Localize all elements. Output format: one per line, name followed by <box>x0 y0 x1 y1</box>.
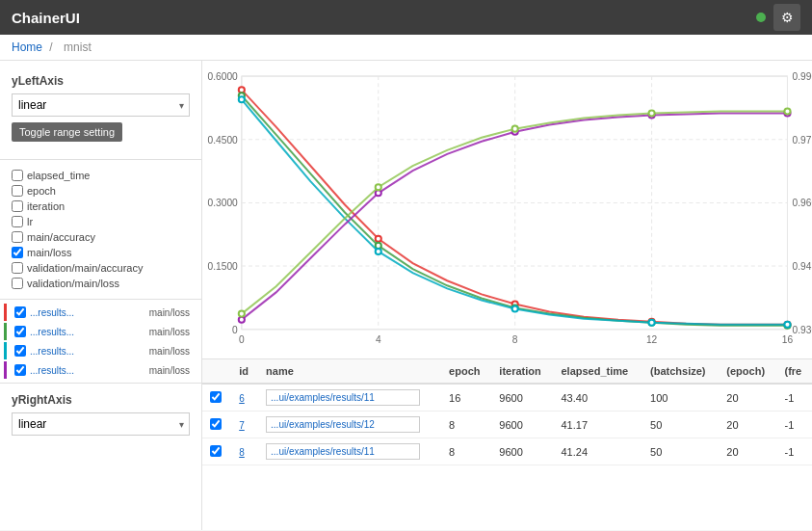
th-name: name <box>258 359 441 384</box>
y-right-axis-section: yRightAxis linear log <box>0 387 201 447</box>
row-id-0[interactable]: 6 <box>239 393 245 404</box>
row-iteration-1: 9600 <box>491 412 553 438</box>
row-id-2[interactable]: 8 <box>239 447 245 458</box>
checkbox-item-val-acc: validation/main/accuracy <box>0 260 201 276</box>
row-elapsed-1: 41.17 <box>553 412 642 438</box>
row-epoch-1: 8 <box>441 412 491 438</box>
row-checkbox-1[interactable] <box>210 418 222 430</box>
row-iteration-2: 9600 <box>491 438 553 465</box>
breadcrumb: Home / mnist <box>0 35 812 61</box>
chart-svg: 0.6000 0.4500 0.3000 0.1500 0 0.9900 0.9… <box>202 68 812 351</box>
checkbox-main-loss[interactable] <box>12 247 23 258</box>
row-batchsize-0: 100 <box>642 384 719 412</box>
svg-text:0.1500: 0.1500 <box>208 261 239 272</box>
series-row-1: ...results... main/loss <box>4 323 197 340</box>
y-left-axis-section: yLeftAxis linear log Toggle range settin… <box>0 68 201 155</box>
checkbox-item-lr: lr <box>0 214 201 229</box>
row-name-0[interactable] <box>266 389 420 406</box>
svg-point-48 <box>512 126 518 132</box>
label-main-accuracy[interactable]: main/accuracy <box>27 231 95 243</box>
right-scale-select[interactable]: linear log <box>12 412 190 436</box>
label-lr[interactable]: lr <box>27 216 33 227</box>
svg-point-50 <box>784 108 790 114</box>
y-right-axis-title: yRightAxis <box>12 393 190 407</box>
metrics-checkbox-list: elapsed_time epoch iteration lr main/acc… <box>0 164 201 295</box>
svg-text:0.6000: 0.6000 <box>208 71 239 82</box>
toggle-range-button[interactable]: Toggle range setting <box>12 122 122 142</box>
series-name-3: ...results... <box>30 365 145 376</box>
label-epoch[interactable]: epoch <box>27 185 56 197</box>
series-checkbox-1[interactable] <box>14 326 26 337</box>
row-name-2[interactable] <box>266 443 420 460</box>
series-name-0: ...results... <box>30 307 145 318</box>
row-epochval-0: 20 <box>719 384 776 412</box>
divider-3 <box>0 383 201 384</box>
checkbox-val-accuracy[interactable] <box>12 262 23 274</box>
checkbox-lr[interactable] <box>12 216 23 227</box>
svg-text:0.9450: 0.9450 <box>793 261 812 272</box>
svg-point-40 <box>784 322 790 328</box>
series-metric-0: main/loss <box>149 307 190 318</box>
settings-button[interactable]: ⚙ <box>773 4 800 31</box>
svg-point-38 <box>512 306 518 312</box>
series-checkbox-3[interactable] <box>14 364 26 376</box>
series-name-2: ...results... <box>30 346 145 357</box>
th-id: id <box>231 359 258 384</box>
divider-2 <box>0 299 201 300</box>
row-fre-0: -1 <box>777 384 812 412</box>
series-row-3: ...results... main/loss <box>4 361 197 379</box>
checkbox-item-main-acc: main/accuracy <box>0 229 201 245</box>
y-left-axis-title: yLeftAxis <box>12 74 190 88</box>
checkbox-item-iteration: iteration <box>0 199 201 214</box>
app-title: ChainerUI <box>12 10 80 26</box>
checkbox-val-loss[interactable] <box>12 278 23 289</box>
th-batchsize: (batchsize) <box>642 359 719 384</box>
label-elapsed[interactable]: elapsed_time <box>27 170 90 181</box>
svg-text:0.9600: 0.9600 <box>793 199 812 209</box>
svg-text:0.9900: 0.9900 <box>793 71 812 82</box>
series-list: ...results... main/loss ...results... ma… <box>0 304 201 379</box>
main-layout: yLeftAxis linear log Toggle range settin… <box>0 61 812 530</box>
checkbox-epoch[interactable] <box>12 185 23 197</box>
series-checkbox-0[interactable] <box>14 306 26 318</box>
row-id-1[interactable]: 7 <box>239 420 245 431</box>
row-epoch-0: 16 <box>441 384 491 412</box>
svg-text:8: 8 <box>512 334 518 345</box>
svg-point-27 <box>376 236 381 242</box>
svg-text:0.9300: 0.9300 <box>793 325 812 335</box>
row-name-1[interactable] <box>266 416 420 433</box>
th-fre: (fre <box>777 359 812 384</box>
svg-text:4: 4 <box>376 334 381 345</box>
series-row-0: ...results... main/loss <box>4 304 197 321</box>
label-iteration[interactable]: iteration <box>27 200 65 212</box>
row-batchsize-1: 50 <box>642 412 719 438</box>
left-scale-select[interactable]: linear log <box>12 93 190 117</box>
row-elapsed-2: 41.24 <box>553 438 642 465</box>
checkbox-item-elapsed: elapsed_time <box>0 168 201 183</box>
row-checkbox-0[interactable] <box>210 391 222 403</box>
label-main-loss[interactable]: main/loss <box>27 247 71 258</box>
th-iteration: iteration <box>491 359 553 384</box>
checkbox-iteration[interactable] <box>12 200 23 212</box>
label-val-accuracy[interactable]: validation/main/accuracy <box>27 262 143 274</box>
table-header-row: id name epoch iteration elapsed_time (ba… <box>202 359 812 384</box>
checkbox-item-epoch: epoch <box>0 183 201 199</box>
series-checkbox-2[interactable] <box>14 345 26 357</box>
checkbox-elapsed[interactable] <box>12 170 23 181</box>
svg-text:12: 12 <box>646 334 658 345</box>
th-epoch: epoch <box>441 359 491 384</box>
checkbox-item-main-loss: main/loss <box>0 245 201 260</box>
checkbox-main-accuracy[interactable] <box>12 231 23 243</box>
table-row: 7 8 9600 41.17 50 20 -1 <box>202 412 812 438</box>
series-name-1: ...results... <box>30 327 145 337</box>
table-area: id name epoch iteration elapsed_time (ba… <box>202 359 812 530</box>
svg-text:0: 0 <box>232 325 238 335</box>
label-val-loss[interactable]: validation/main/loss <box>27 278 119 289</box>
sidebar: yLeftAxis linear log Toggle range settin… <box>0 61 202 530</box>
breadcrumb-home[interactable]: Home <box>12 40 42 54</box>
checkbox-item-val-loss: validation/main/loss <box>0 276 201 291</box>
row-checkbox-2[interactable] <box>210 445 222 457</box>
app-header: ChainerUI ⚙ <box>0 0 812 35</box>
svg-text:16: 16 <box>782 334 794 345</box>
table-row: 6 16 9600 43.40 100 20 -1 <box>202 384 812 412</box>
